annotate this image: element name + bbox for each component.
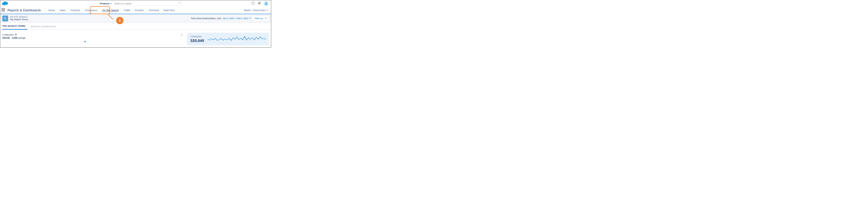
nav-tab-home[interactable]: Home — [46, 7, 57, 14]
summary-card: # Searches 320,040 — [187, 33, 269, 45]
nav-tab-technical[interactable]: Technical — [146, 7, 161, 14]
stat-average: 9,268 — [12, 37, 18, 39]
nav-tab-products[interactable]: Products — [68, 7, 83, 14]
app-launcher-icon[interactable] — [2, 8, 6, 12]
card-value: 320,040 — [190, 39, 204, 43]
chevron-down-icon — [110, 3, 112, 4]
chart-marker-icon — [84, 41, 86, 43]
date-range-text: Jan 8, 2022 - Feb 8, 2022 — [222, 17, 248, 20]
nav-tab-promotions[interactable]: Promotions — [83, 7, 100, 14]
chevron-down-icon — [249, 18, 251, 19]
settings-gear-icon[interactable] — [257, 1, 261, 6]
svg-point-9 — [4, 18, 6, 19]
svg-line-10 — [5, 19, 6, 19]
page-tab-top-search-terms[interactable]: TOP SEARCH TERMS — [2, 25, 27, 30]
svg-point-8 — [266, 2, 267, 3]
filter-by-button[interactable]: Filter by... — [252, 16, 269, 21]
nav-tab-einstein[interactable]: Einstein — [133, 7, 146, 14]
card-kicker: # Searches — [190, 35, 204, 38]
page-title: Top Search Terms — [10, 18, 28, 21]
stat-average-suffix: average — [18, 37, 25, 39]
search-page-icon — [2, 16, 8, 21]
page-kicker: ON-SITE SEARCH — [10, 16, 28, 18]
realm-label: Realm: — [244, 9, 252, 12]
callout-number: 1 — [119, 18, 121, 23]
download-icon[interactable] — [180, 33, 185, 36]
app-title: Reports & Dashboards — [7, 8, 41, 12]
filter-label: Filter by... — [254, 17, 264, 20]
date-range-picker[interactable]: Jan 8, 2022 - Feb 8, 2022 — [222, 17, 251, 20]
chevron-down-icon — [265, 18, 267, 19]
divider — [45, 8, 45, 12]
nav-tab-on-site-search[interactable]: On-Site Search — [100, 7, 121, 14]
nav-tab-traffic[interactable]: Traffic — [121, 7, 133, 14]
global-search-scope-selector[interactable]: Products — [100, 2, 112, 5]
chevron-down-icon — [267, 10, 268, 11]
help-icon[interactable] — [251, 1, 255, 6]
realm-value: Cloud Kicks — [253, 9, 266, 12]
timezone-label: Time Zone: — [191, 17, 202, 20]
nav-tab-sales[interactable]: Sales — [57, 7, 68, 14]
info-icon[interactable]: i — [15, 33, 17, 36]
stat-title: # Searches — [2, 33, 14, 36]
timezone-value: America/New_York — [202, 17, 221, 20]
salesforce-cloud-logo — [2, 1, 9, 6]
user-avatar[interactable] — [264, 1, 269, 6]
global-search-input[interactable] — [113, 1, 182, 6]
realm-selector[interactable]: Realm: Cloud Kicks — [244, 9, 270, 12]
sparkline-chart — [208, 35, 266, 43]
page-tab-search-conversion[interactable]: SEARCH CONVERSION — [31, 25, 58, 30]
stat-total: 320,040 — [2, 37, 10, 39]
nav-tab-real-time[interactable]: Real-Time — [161, 7, 177, 14]
search-scope-label: Products — [100, 2, 110, 5]
callout-number-badge: 1 — [116, 17, 123, 24]
svg-point-3 — [4, 3, 6, 5]
